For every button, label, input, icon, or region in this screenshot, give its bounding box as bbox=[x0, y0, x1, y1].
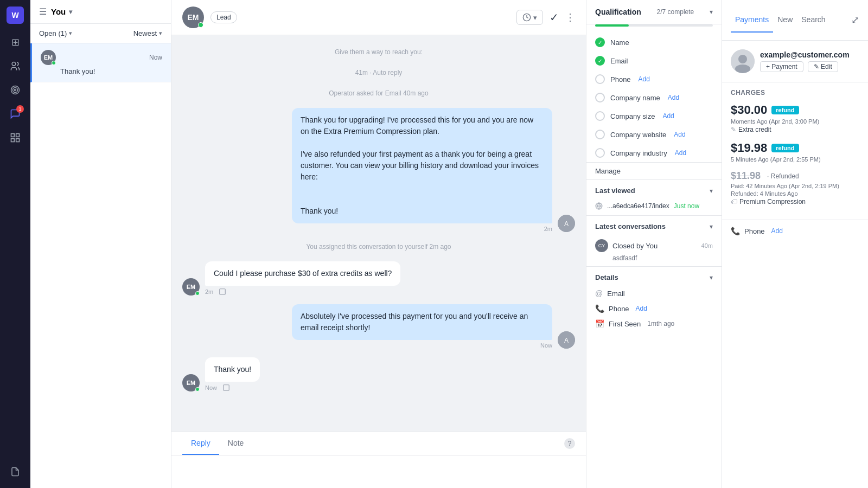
details-phone-add[interactable]: Add bbox=[636, 305, 647, 312]
lead-badge: Lead bbox=[210, 11, 237, 23]
conversation-name: Closed by You bbox=[612, 242, 697, 250]
charge-item-1: $30.00 refund Moments Ago (Apr 2nd, 3:00… bbox=[731, 103, 859, 133]
online-indicator bbox=[52, 61, 56, 65]
qual-phone-add[interactable]: Add bbox=[639, 75, 650, 83]
open-filter-chevron: ▾ bbox=[69, 30, 72, 37]
details-chevron[interactable]: ▾ bbox=[710, 274, 713, 281]
list-nav-icon[interactable] bbox=[5, 128, 25, 147]
svg-text:A: A bbox=[564, 337, 569, 344]
phone-add-section: 📞 Phone Add bbox=[722, 220, 868, 242]
add-payment-button[interactable]: + Payment bbox=[760, 61, 803, 72]
latest-conversations-chevron[interactable]: ▾ bbox=[710, 223, 713, 230]
conversation-list-item[interactable]: EM Now Thank you! bbox=[30, 43, 171, 82]
details-phone: 📞 Phone Add bbox=[586, 301, 722, 316]
qual-website-add[interactable]: Add bbox=[674, 131, 685, 138]
charge-time-2: 5 Minutes Ago (Apr 2nd, 2:55 PM) bbox=[731, 156, 859, 163]
note-tab[interactable]: Note bbox=[219, 432, 253, 455]
charges-section: Charges $30.00 refund Moments Ago (Apr 2… bbox=[722, 82, 868, 220]
svg-point-18 bbox=[738, 55, 747, 63]
phone-add-link-bottom[interactable]: Add bbox=[771, 227, 783, 235]
conversation-avatar: CY bbox=[595, 239, 608, 252]
svg-rect-7 bbox=[11, 139, 15, 142]
svg-rect-4 bbox=[11, 134, 15, 137]
message-bubble-sent-1: Thank you for upgrading! I've processed … bbox=[292, 108, 552, 223]
qualification-progress: 2/7 complete bbox=[657, 8, 694, 16]
message-bubble-sent-2: Absolutely I've processed this payment f… bbox=[292, 304, 552, 340]
timer-button[interactable]: ▾ bbox=[516, 10, 543, 25]
qual-company-add[interactable]: Add bbox=[668, 94, 679, 101]
reply-bar: Reply Note ? bbox=[171, 432, 586, 488]
qualification-progress-bar bbox=[595, 24, 713, 27]
help-button[interactable]: ? bbox=[564, 438, 575, 449]
refund-badge-1[interactable]: refund bbox=[771, 106, 799, 114]
payments-header: Payments New Search ⤢ bbox=[722, 0, 868, 41]
empty-circle-size bbox=[595, 111, 605, 121]
newest-filter-chevron: ▾ bbox=[159, 30, 162, 37]
chat-nav-icon[interactable]: 1 bbox=[5, 104, 25, 124]
qual-industry-add[interactable]: Add bbox=[675, 149, 686, 157]
new-tab[interactable]: New bbox=[773, 8, 797, 33]
search-tab[interactable]: Search bbox=[797, 8, 829, 33]
charge-refunded-label: · Refunded bbox=[767, 172, 799, 180]
system-message-2: 41m · Auto reply bbox=[182, 69, 575, 76]
charge-tag-3: 🏷 Premium Compression bbox=[731, 198, 859, 206]
more-options-button[interactable]: ⋮ bbox=[565, 11, 575, 23]
empty-circle-phone bbox=[595, 74, 605, 84]
open-filter[interactable]: Open (1) ▾ bbox=[39, 29, 72, 37]
svg-rect-6 bbox=[16, 139, 20, 142]
charge-time-3a: Paid: 42 Minutes Ago (Apr 2nd, 2:19 PM) bbox=[731, 183, 859, 189]
qualification-panel: Qualification 2/7 complete ▾ ✓ Name ✓ Em… bbox=[586, 0, 722, 488]
refund-badge-2[interactable]: refund bbox=[771, 144, 799, 152]
svg-point-3 bbox=[15, 89, 16, 91]
message-bubble-received-2: Thank you! bbox=[205, 357, 260, 382]
last-viewed-title: Last viewed bbox=[595, 187, 635, 195]
manage-link[interactable]: Manage bbox=[586, 162, 722, 179]
phone-icon-bottom: 📞 bbox=[731, 227, 740, 235]
lead-info: EM Lead bbox=[182, 7, 237, 28]
phone-icon: 📞 bbox=[595, 304, 604, 313]
qual-item-company-website: Company website Add bbox=[586, 125, 722, 144]
users-nav-icon[interactable] bbox=[5, 56, 25, 76]
target-nav-icon[interactable] bbox=[5, 80, 25, 100]
payments-tab[interactable]: Payments bbox=[731, 8, 773, 33]
latest-conversations-section: Latest conversations ▾ bbox=[586, 215, 722, 235]
hamburger-icon[interactable]: ☰ bbox=[39, 7, 47, 17]
contact-avatar-sidebar: EM bbox=[41, 50, 56, 65]
icon-bar: W ⊞ 1 bbox=[0, 0, 30, 488]
message-row-received-1: EM Could I please purchase $30 of extra … bbox=[182, 261, 575, 296]
last-viewed-item: ...a6edca6e417/index Just now bbox=[586, 199, 722, 215]
conversation-item[interactable]: CY Closed by You 40m asdfasdf bbox=[586, 235, 722, 266]
phone-label-bottom: Phone bbox=[744, 227, 765, 235]
main-chat-area: EM Lead ▾ ✓ ⋮ Give them a way to reach y… bbox=[171, 0, 586, 488]
expand-icon[interactable]: ⤢ bbox=[851, 14, 859, 26]
qual-size-add[interactable]: Add bbox=[662, 112, 674, 120]
qual-email-label: Email bbox=[610, 57, 628, 65]
reply-tab[interactable]: Reply bbox=[182, 432, 219, 455]
agent-avatar-1: A bbox=[558, 215, 575, 232]
grid-nav-icon[interactable]: ⊞ bbox=[5, 33, 25, 52]
qualification-chevron[interactable]: ▾ bbox=[710, 8, 713, 16]
sidebar-filter: Open (1) ▾ Newest ▾ bbox=[30, 24, 171, 43]
you-selector[interactable]: You ▾ bbox=[51, 7, 72, 16]
message-row-sent-2: A Absolutely I've processed this payment… bbox=[182, 304, 575, 349]
latest-conversations-title: Latest conversations bbox=[595, 222, 666, 230]
customer-info: example@customer.com + Payment ✎ Edit bbox=[722, 41, 868, 82]
qual-phone-label: Phone bbox=[610, 75, 631, 84]
edit-button[interactable]: ✎ Edit bbox=[808, 61, 838, 72]
doc-nav-icon[interactable] bbox=[5, 462, 25, 481]
last-viewed-time: Just now bbox=[674, 202, 699, 210]
email-icon: @ bbox=[595, 289, 603, 298]
resolve-button[interactable]: ✓ bbox=[550, 11, 559, 24]
empty-circle-company bbox=[595, 93, 605, 102]
online-dot-msg-2 bbox=[195, 387, 200, 391]
message-time-sent-2: Now bbox=[540, 342, 552, 349]
contact-avatar-msg-1: EM bbox=[182, 278, 200, 296]
reply-input[interactable] bbox=[171, 455, 586, 488]
qualification-header: Qualification 2/7 complete ▾ bbox=[586, 0, 722, 24]
check-circle-email: ✓ bbox=[595, 56, 605, 66]
last-viewed-chevron[interactable]: ▾ bbox=[710, 187, 713, 195]
newest-filter[interactable]: Newest ▾ bbox=[133, 29, 162, 37]
you-chevron: ▾ bbox=[69, 8, 72, 16]
online-dot-header bbox=[198, 22, 203, 28]
reply-tabs: Reply Note ? bbox=[171, 432, 586, 455]
